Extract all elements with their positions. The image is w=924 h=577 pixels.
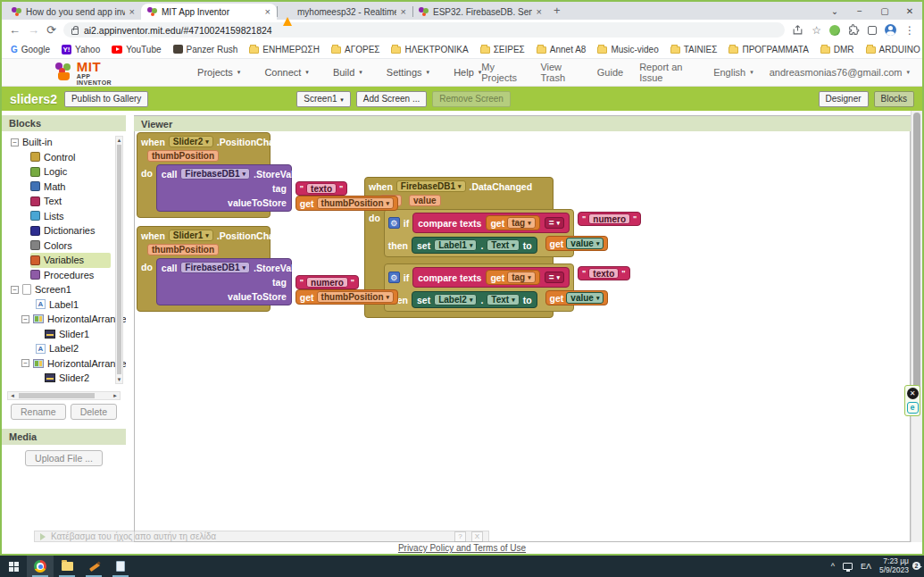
appinventor-logo[interactable]: MIT APP INVENTOR — [55, 60, 124, 86]
scroll-left-icon[interactable]: ◄ — [10, 393, 15, 398]
bookmark-folder[interactable]: ΑΓΟΡΕΣ — [331, 45, 379, 54]
share-icon[interactable] — [792, 24, 803, 36]
block-set-label1-text[interactable]: set Label1▾ . Text▾ to get value▾ — [412, 237, 537, 254]
scroll-up-icon[interactable]: ▲ — [116, 138, 122, 143]
block-get-tag[interactable]: get tag▾ — [486, 270, 539, 285]
tab-close-icon[interactable]: × — [129, 6, 135, 17]
bookmark-panzer-rush[interactable]: Panzer Rush — [173, 45, 238, 54]
browser-menu-icon[interactable]: ⋮ — [904, 25, 915, 36]
minimize-button[interactable]: − — [847, 6, 872, 16]
collapse-icon[interactable]: − — [11, 286, 19, 294]
bookmark-google[interactable]: GGoogle — [11, 45, 50, 54]
scrollbar-thumb[interactable] — [117, 145, 121, 374]
taskbar-editor-app[interactable] — [80, 556, 107, 577]
block-compare-texts-1[interactable]: compare texts get tag▾ =▾ " — [412, 213, 570, 233]
delete-button[interactable]: Delete — [71, 404, 117, 420]
block-call-firebasedb1-storevalue[interactable]: call FirebaseDB1▾ .StoreValue tag " nume… — [156, 258, 292, 305]
variable-dropdown[interactable]: value▾ — [566, 238, 604, 249]
network-icon[interactable] — [843, 563, 853, 570]
bookmark-folder[interactable]: ΠΡΟΓΡΑΜΜΑΤΑ — [728, 45, 808, 54]
tree-horizontalarrangement1[interactable]: −HorizontalArrangemen — [21, 312, 126, 327]
menu-connect[interactable]: Connect▾ — [264, 67, 309, 78]
tree-slider1[interactable]: Slider1 — [45, 327, 126, 342]
taskbar-chrome[interactable] — [27, 556, 54, 577]
bookmark-folder[interactable]: Annet A8 — [537, 45, 587, 54]
upload-file-button[interactable]: Upload File ... — [25, 450, 103, 466]
close-icon[interactable]: ✕ — [907, 388, 919, 399]
link-report-issue[interactable]: Report an Issue — [639, 62, 697, 83]
rename-button[interactable]: Rename — [11, 404, 66, 420]
component-dropdown[interactable]: Label2▾ — [434, 294, 477, 305]
block-get-thumbposition[interactable]: get thumbPosition▾ — [296, 289, 398, 305]
tree-slider2[interactable]: Slider2 — [45, 371, 126, 386]
component-dropdown[interactable]: FirebaseDB1▾ — [396, 180, 466, 192]
url-text[interactable]: ai2.appinventor.mit.edu/#471002415982182… — [84, 25, 272, 36]
tree-label1[interactable]: ALabel1 — [36, 297, 126, 313]
bookmark-folder[interactable]: ARDUINO — [866, 45, 920, 54]
remove-screen-button[interactable]: Remove Screen — [432, 91, 511, 107]
tab-close-icon[interactable]: × — [265, 6, 271, 17]
block-if-2[interactable]: ⚙ if compare texts get tag▾ — [384, 263, 574, 312]
tab-search-icon[interactable]: ⌄ — [822, 6, 847, 16]
block-text-numero[interactable]: " numero " — [296, 275, 359, 289]
menu-projects[interactable]: Projects▾ — [197, 67, 240, 78]
tab-close-icon[interactable]: × — [537, 6, 542, 17]
block-text-texto[interactable]: " texto " — [296, 181, 347, 196]
side-panel-icon[interactable] — [868, 26, 877, 35]
variable-dropdown[interactable]: value▾ — [566, 292, 604, 304]
operator-dropdown[interactable]: =▾ — [545, 217, 564, 229]
tree-screen1[interactable]: −Screen1 — [11, 282, 126, 297]
bookmark-folder[interactable]: ΗΛΕΚΤΡΟΝΙΚΑ — [391, 45, 468, 54]
block-if-1[interactable]: ⚙ if compare texts get tag▾ — [384, 209, 574, 257]
profile-avatar[interactable] — [885, 24, 896, 36]
palette-item-control[interactable]: Control — [30, 150, 126, 165]
bookmark-star-icon[interactable]: ☆ — [812, 25, 821, 36]
string-value[interactable]: texto — [306, 183, 337, 194]
palette-item-text[interactable]: Text — [30, 194, 126, 209]
forward-button[interactable]: → — [28, 23, 39, 37]
block-text-texto[interactable]: " texto " — [578, 266, 629, 280]
taskbar-file-explorer[interactable] — [54, 556, 80, 577]
bookmark-folder[interactable]: DMR — [820, 45, 854, 54]
palette-horizontal-scrollbar[interactable]: ◄ ► — [7, 391, 121, 400]
scroll-down-icon[interactable]: ▼ — [116, 377, 122, 382]
tree-label2[interactable]: ALabel2 — [36, 341, 126, 356]
tree-builtin[interactable]: −Built-in — [11, 135, 126, 150]
block-get-value[interactable]: get value▾ — [545, 236, 609, 251]
back-button[interactable]: ← — [9, 23, 21, 37]
bookmark-yahoo[interactable]: Y!Yahoo — [62, 45, 100, 54]
palette-item-math[interactable]: Math — [30, 180, 126, 195]
palette-item-colors[interactable]: Colors — [30, 238, 126, 254]
language-indicator[interactable]: ΕΛ — [861, 562, 871, 571]
palette-vertical-scrollbar[interactable]: ▲ ▼ — [115, 136, 123, 384]
block-text-numero[interactable]: " numero " — [578, 212, 641, 226]
taskbar-notepad[interactable] — [107, 556, 134, 577]
block-get-tag[interactable]: get tag▾ — [486, 215, 539, 230]
variable-dropdown[interactable]: thumbPosition▾ — [317, 291, 395, 303]
tab-4[interactable]: ESP32. FirebaseDB. Send. Receiv × — [412, 4, 548, 20]
tab-3[interactable]: myhomeesp32 - Realtime Datab × — [277, 4, 412, 20]
tab-2-active[interactable]: MIT App Inventor × — [141, 4, 277, 20]
link-guide[interactable]: Guide — [597, 67, 623, 78]
clock[interactable]: 7:23 μμ 5/9/2023 — [879, 557, 909, 575]
palette-item-procedures[interactable]: Procedures — [30, 268, 126, 283]
extensions-puzzle-icon[interactable] — [848, 24, 860, 36]
scroll-right-icon[interactable]: ► — [112, 393, 118, 398]
component-dropdown[interactable]: Label1▾ — [434, 239, 477, 251]
string-value[interactable]: numero — [588, 213, 630, 224]
designer-button[interactable]: Designer — [819, 91, 869, 107]
close-button[interactable]: ✕ — [897, 6, 922, 16]
block-get-thumbposition[interactable]: get thumbPosition▾ — [296, 196, 398, 211]
palette-item-dictionaries[interactable]: Dictionaries — [30, 223, 126, 238]
palette-item-variables-selected[interactable]: Variables — [30, 253, 111, 268]
bookmark-folder[interactable]: ΣΕΙΡΕΣ — [480, 45, 525, 54]
variable-dropdown[interactable]: tag▾ — [507, 272, 536, 283]
refresh-button[interactable]: ⟳ — [46, 23, 56, 37]
param-thumbposition[interactable]: thumbPosition — [147, 244, 219, 255]
maximize-button[interactable]: ▢ — [872, 6, 897, 16]
collapse-icon[interactable]: − — [11, 138, 19, 146]
start-button[interactable] — [0, 556, 27, 577]
component-dropdown[interactable]: FirebaseDB1▾ — [180, 168, 250, 180]
collapse-icon[interactable]: − — [21, 359, 29, 367]
operator-dropdown[interactable]: =▾ — [545, 272, 564, 283]
